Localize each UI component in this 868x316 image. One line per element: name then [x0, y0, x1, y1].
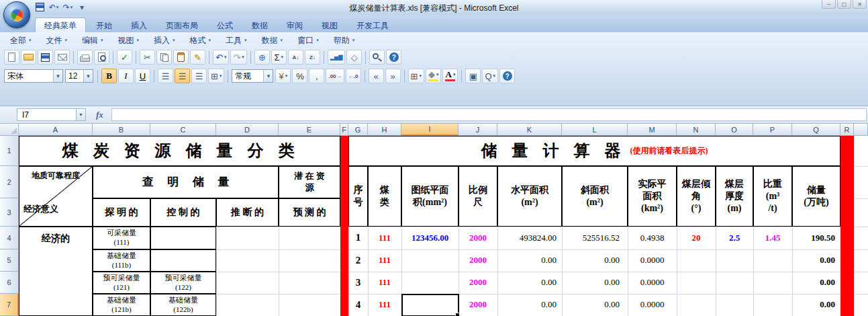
- reserve-cell-c6[interactable]: 预可采储量 (122): [150, 272, 216, 294]
- menu-item-窗口[interactable]: 窗口▾: [290, 34, 326, 48]
- data-cell-Q7[interactable]: 0.00: [792, 294, 840, 316]
- data-cell-K7[interactable]: 0.00: [497, 294, 562, 316]
- cut-button[interactable]: ✂: [140, 50, 155, 65]
- column-header-Q[interactable]: Q: [792, 124, 840, 136]
- menu-item-数据[interactable]: 数据▾: [254, 34, 291, 48]
- data-cell-J7[interactable]: 2000: [459, 294, 497, 316]
- column-header-I[interactable]: I: [401, 124, 459, 136]
- zoom-combo-button[interactable]: Q▾: [482, 69, 498, 83]
- increase-decimal-button[interactable]: .00→: [326, 69, 344, 83]
- calc-header-5[interactable]: 水平面积 (m²): [497, 166, 562, 227]
- data-cell-Q5[interactable]: 0.00: [792, 249, 840, 272]
- data-cell-M7[interactable]: 0.0000: [628, 294, 677, 316]
- calc-header-1[interactable]: 序 号: [348, 166, 368, 227]
- data-cell-M6[interactable]: 0.0000: [628, 272, 677, 294]
- formula-input[interactable]: [111, 108, 867, 121]
- save-button[interactable]: [38, 50, 53, 65]
- column-header-A[interactable]: A: [19, 124, 93, 136]
- calculator-title-cell[interactable]: 储 量 计 算 器(使用前请看表后提示): [348, 136, 840, 166]
- data-cell-J4[interactable]: 2000: [459, 227, 497, 249]
- calc-header-3[interactable]: 图纸平面 积(mm²): [401, 166, 459, 227]
- print-button[interactable]: [77, 50, 93, 65]
- reserve-cell-c5[interactable]: [150, 249, 216, 272]
- category-header-2[interactable]: 控 制 的: [150, 198, 216, 227]
- autosum-button[interactable]: Σ▾: [271, 50, 287, 65]
- ribbon-tab-开始[interactable]: 开始: [87, 17, 121, 32]
- decrease-decimal-button[interactable]: ←.0: [346, 69, 361, 83]
- chart-wizard-button[interactable]: ▂▅▇: [328, 50, 345, 65]
- classification-corner-cell[interactable]: 地质可靠程度经济意义: [19, 166, 93, 227]
- copy-button[interactable]: [156, 50, 172, 65]
- row-header-6[interactable]: 6: [0, 272, 19, 294]
- data-cell-G4[interactable]: 1: [348, 227, 368, 249]
- decrease-indent-button[interactable]: «: [369, 69, 384, 83]
- spelling-button[interactable]: ✓: [117, 50, 132, 65]
- calc-header-2[interactable]: 煤 类: [368, 166, 401, 227]
- menu-item-文件[interactable]: 文件▾: [39, 34, 75, 48]
- align-center-button[interactable]: ☰: [175, 69, 190, 83]
- data-cell-Q4[interactable]: 190.50: [792, 227, 840, 249]
- calc-header-4[interactable]: 比例 尺: [459, 166, 497, 227]
- menu-item-帮助[interactable]: 帮助▾: [326, 34, 363, 48]
- reserve-cell-c4[interactable]: [150, 227, 216, 249]
- data-cell-G5[interactable]: 2: [348, 249, 368, 272]
- menu-item-编辑[interactable]: 编辑▾: [75, 34, 111, 48]
- red-filled-column-F[interactable]: [340, 136, 348, 316]
- qat-undo-button[interactable]: ↶▾: [48, 1, 60, 13]
- drawing-button[interactable]: ◇: [346, 50, 362, 65]
- paste-button[interactable]: [173, 50, 189, 65]
- calc-header-6[interactable]: 斜面积 (m²): [562, 166, 628, 227]
- ribbon-tab-插入[interactable]: 插入: [122, 17, 156, 32]
- column-header-E[interactable]: E: [279, 124, 340, 136]
- data-cell-H6[interactable]: 111: [368, 272, 401, 294]
- sort-ascending-button[interactable]: A↓: [288, 50, 303, 65]
- dropdown-caret-icon[interactable]: ▼: [53, 70, 62, 82]
- column-header-P[interactable]: P: [753, 124, 792, 136]
- sort-descending-button[interactable]: Z↓: [305, 50, 320, 65]
- column-header-C[interactable]: C: [150, 124, 216, 136]
- name-box[interactable]: I7: [17, 108, 76, 121]
- data-cell-K6[interactable]: 0.00: [497, 272, 562, 294]
- data-cell-L4[interactable]: 525516.52: [562, 227, 628, 249]
- data-cell-H7[interactable]: 111: [368, 294, 401, 316]
- redo-button[interactable]: ↷▾: [230, 50, 246, 65]
- row-header-4[interactable]: 4: [0, 227, 19, 249]
- data-cell-P4[interactable]: 1.45: [753, 227, 792, 249]
- red-filled-column-R[interactable]: [840, 136, 854, 316]
- column-header-partial[interactable]: [854, 124, 868, 136]
- data-cell-O4[interactable]: 2.5: [716, 227, 753, 249]
- calc-header-7[interactable]: 实际平 面积 (km²): [628, 166, 677, 227]
- font-name-combo[interactable]: 宋体▼: [4, 69, 63, 83]
- calc-header-11[interactable]: 储量 (万吨): [792, 166, 840, 227]
- comma-button[interactable]: ,: [309, 69, 324, 83]
- data-cell-J5[interactable]: 2000: [459, 249, 497, 272]
- font-size-combo[interactable]: 12▼: [65, 69, 93, 83]
- column-header-M[interactable]: M: [628, 124, 677, 136]
- data-cell-N4[interactable]: 20: [677, 227, 716, 249]
- maximize-button[interactable]: ▢: [837, 0, 851, 9]
- calc-header-9[interactable]: 煤层 厚度 (m): [716, 166, 753, 227]
- selected-cell-I7[interactable]: [401, 294, 459, 316]
- menu-item-全部[interactable]: 全部▾: [3, 34, 39, 48]
- font-color-button[interactable]: A▾: [442, 69, 458, 83]
- row-header-7[interactable]: 7: [0, 294, 19, 316]
- qat-redo-button[interactable]: ↷▾: [62, 1, 74, 13]
- reserve-cell-b6[interactable]: 预可采储量 (121): [93, 272, 150, 294]
- qat-customize-button[interactable]: ▾: [76, 1, 88, 13]
- calc-header-10[interactable]: 比重 (m³ /t): [753, 166, 792, 227]
- reserve-cell-c7[interactable]: 基础储量 (122b): [150, 294, 216, 316]
- reserve-cell-b4[interactable]: 可采储量 (111): [93, 227, 150, 249]
- row-header-2[interactable]: 2: [0, 166, 19, 198]
- column-header-L[interactable]: L: [562, 124, 628, 136]
- data-cell-H4[interactable]: 111: [368, 227, 401, 249]
- data-cell-K5[interactable]: 0.00: [497, 249, 562, 272]
- open-file-button[interactable]: [21, 50, 36, 65]
- column-header-B[interactable]: B: [93, 124, 150, 136]
- ribbon-tab-经典菜单[interactable]: 经典菜单: [35, 17, 86, 32]
- data-cell-Q6[interactable]: 0.00: [792, 272, 840, 294]
- office-button[interactable]: [3, 1, 30, 28]
- ribbon-tab-数据[interactable]: 数据: [243, 17, 277, 32]
- zoom-button[interactable]: [369, 50, 385, 65]
- data-cell-I4[interactable]: 123456.00: [401, 227, 459, 249]
- menu-item-格式[interactable]: 格式▾: [183, 34, 219, 48]
